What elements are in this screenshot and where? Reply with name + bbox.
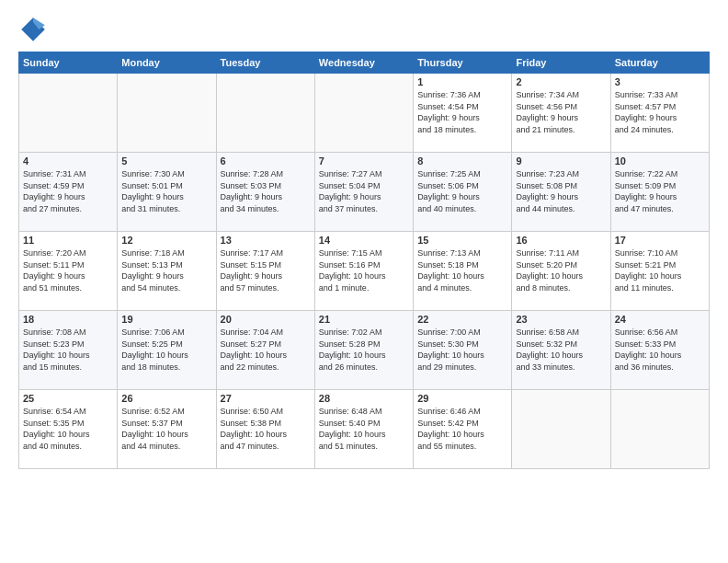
calendar-cell: 10Sunrise: 7:22 AM Sunset: 5:09 PM Dayli…	[610, 153, 709, 232]
calendar-week-4: 18Sunrise: 7:08 AM Sunset: 5:23 PM Dayli…	[19, 311, 710, 390]
cell-content: Sunrise: 7:28 AM Sunset: 5:03 PM Dayligh…	[221, 168, 311, 214]
day-number: 12	[121, 235, 211, 246]
calendar-cell: 20Sunrise: 7:04 AM Sunset: 5:27 PM Dayli…	[216, 311, 314, 390]
day-number: 11	[23, 235, 113, 246]
calendar-cell: 8Sunrise: 7:25 AM Sunset: 5:06 PM Daylig…	[414, 153, 512, 232]
day-number: 3	[615, 76, 705, 87]
day-number: 4	[23, 155, 113, 167]
calendar-cell: 9Sunrise: 7:23 AM Sunset: 5:08 PM Daylig…	[512, 153, 610, 232]
cell-content: Sunrise: 6:56 AM Sunset: 5:33 PM Dayligh…	[615, 327, 705, 373]
calendar-cell: 3Sunrise: 7:33 AM Sunset: 4:57 PM Daylig…	[610, 74, 709, 153]
day-number: 2	[516, 76, 606, 87]
day-number: 15	[417, 235, 507, 246]
cell-content: Sunrise: 6:46 AM Sunset: 5:42 PM Dayligh…	[417, 406, 507, 452]
calendar-cell: 21Sunrise: 7:02 AM Sunset: 5:28 PM Dayli…	[314, 311, 413, 390]
calendar-cell: 29Sunrise: 6:46 AM Sunset: 5:42 PM Dayli…	[414, 390, 512, 469]
calendar-header-saturday: Saturday	[610, 52, 709, 74]
calendar-cell: 25Sunrise: 6:54 AM Sunset: 5:35 PM Dayli…	[19, 390, 118, 469]
calendar-cell: 12Sunrise: 7:18 AM Sunset: 5:13 PM Dayli…	[118, 232, 216, 311]
cell-content: Sunrise: 7:02 AM Sunset: 5:28 PM Dayligh…	[319, 327, 409, 373]
day-number: 26	[121, 393, 211, 404]
day-number: 24	[615, 314, 705, 325]
calendar-cell: 19Sunrise: 7:06 AM Sunset: 5:25 PM Dayli…	[118, 311, 216, 390]
day-number: 18	[23, 314, 113, 325]
cell-content: Sunrise: 7:36 AM Sunset: 4:54 PM Dayligh…	[417, 89, 507, 135]
cell-content: Sunrise: 7:33 AM Sunset: 4:57 PM Dayligh…	[615, 89, 705, 135]
calendar-header-thursday: Thursday	[414, 52, 512, 74]
calendar-cell: 23Sunrise: 6:58 AM Sunset: 5:32 PM Dayli…	[512, 311, 610, 390]
cell-content: Sunrise: 7:13 AM Sunset: 5:18 PM Dayligh…	[417, 247, 507, 293]
calendar-cell: 11Sunrise: 7:20 AM Sunset: 5:11 PM Dayli…	[19, 232, 118, 311]
cell-content: Sunrise: 7:00 AM Sunset: 5:30 PM Dayligh…	[417, 327, 507, 373]
calendar-header-friday: Friday	[512, 52, 610, 74]
cell-content: Sunrise: 7:22 AM Sunset: 5:09 PM Dayligh…	[615, 168, 705, 214]
day-number: 20	[221, 314, 311, 325]
day-number: 5	[121, 155, 211, 167]
day-number: 6	[221, 155, 311, 167]
calendar-cell: 22Sunrise: 7:00 AM Sunset: 5:30 PM Dayli…	[414, 311, 512, 390]
calendar-cell: 7Sunrise: 7:27 AM Sunset: 5:04 PM Daylig…	[314, 153, 413, 232]
cell-content: Sunrise: 7:17 AM Sunset: 5:15 PM Dayligh…	[221, 247, 311, 293]
calendar-cell: 26Sunrise: 6:52 AM Sunset: 5:37 PM Dayli…	[118, 390, 216, 469]
cell-content: Sunrise: 7:10 AM Sunset: 5:21 PM Dayligh…	[615, 247, 705, 293]
cell-content: Sunrise: 7:04 AM Sunset: 5:27 PM Dayligh…	[221, 327, 311, 373]
calendar-week-5: 25Sunrise: 6:54 AM Sunset: 5:35 PM Dayli…	[19, 390, 710, 469]
logo	[18, 15, 51, 44]
cell-content: Sunrise: 7:20 AM Sunset: 5:11 PM Dayligh…	[23, 247, 113, 293]
calendar-cell	[216, 74, 314, 153]
calendar-cell: 6Sunrise: 7:28 AM Sunset: 5:03 PM Daylig…	[216, 153, 314, 232]
cell-content: Sunrise: 6:54 AM Sunset: 5:35 PM Dayligh…	[23, 406, 113, 452]
calendar-header-tuesday: Tuesday	[216, 52, 314, 74]
calendar-week-2: 4Sunrise: 7:31 AM Sunset: 4:59 PM Daylig…	[19, 153, 710, 232]
calendar-header-row: SundayMondayTuesdayWednesdayThursdayFrid…	[19, 52, 710, 74]
day-number: 23	[516, 314, 606, 325]
day-number: 8	[417, 155, 507, 167]
cell-content: Sunrise: 7:31 AM Sunset: 4:59 PM Dayligh…	[23, 168, 113, 214]
calendar-cell: 28Sunrise: 6:48 AM Sunset: 5:40 PM Dayli…	[314, 390, 413, 469]
header	[18, 15, 710, 44]
cell-content: Sunrise: 7:27 AM Sunset: 5:04 PM Dayligh…	[319, 168, 409, 214]
cell-content: Sunrise: 7:06 AM Sunset: 5:25 PM Dayligh…	[121, 327, 211, 373]
cell-content: Sunrise: 7:23 AM Sunset: 5:08 PM Dayligh…	[516, 168, 606, 214]
calendar-header-wednesday: Wednesday	[314, 52, 413, 74]
calendar-week-3: 11Sunrise: 7:20 AM Sunset: 5:11 PM Dayli…	[19, 232, 710, 311]
cell-content: Sunrise: 6:52 AM Sunset: 5:37 PM Dayligh…	[121, 406, 211, 452]
cell-content: Sunrise: 7:15 AM Sunset: 5:16 PM Dayligh…	[319, 247, 409, 293]
cell-content: Sunrise: 7:30 AM Sunset: 5:01 PM Dayligh…	[121, 168, 211, 214]
calendar-cell: 24Sunrise: 6:56 AM Sunset: 5:33 PM Dayli…	[610, 311, 709, 390]
calendar-cell: 4Sunrise: 7:31 AM Sunset: 4:59 PM Daylig…	[19, 153, 118, 232]
day-number: 28	[319, 393, 409, 404]
day-number: 29	[417, 393, 507, 404]
day-number: 9	[516, 155, 606, 167]
calendar-week-1: 1Sunrise: 7:36 AM Sunset: 4:54 PM Daylig…	[19, 74, 710, 153]
day-number: 25	[23, 393, 113, 404]
calendar-cell: 1Sunrise: 7:36 AM Sunset: 4:54 PM Daylig…	[414, 74, 512, 153]
day-number: 7	[319, 155, 409, 167]
cell-content: Sunrise: 6:50 AM Sunset: 5:38 PM Dayligh…	[221, 406, 311, 452]
calendar-cell	[512, 390, 610, 469]
day-number: 16	[516, 235, 606, 246]
calendar-cell	[118, 74, 216, 153]
day-number: 17	[615, 235, 705, 246]
calendar-cell: 18Sunrise: 7:08 AM Sunset: 5:23 PM Dayli…	[19, 311, 118, 390]
calendar-cell	[314, 74, 413, 153]
calendar-cell: 27Sunrise: 6:50 AM Sunset: 5:38 PM Dayli…	[216, 390, 314, 469]
logo-icon	[18, 15, 48, 44]
day-number: 1	[417, 76, 507, 87]
day-number: 22	[417, 314, 507, 325]
calendar-cell: 15Sunrise: 7:13 AM Sunset: 5:18 PM Dayli…	[414, 232, 512, 311]
cell-content: Sunrise: 7:34 AM Sunset: 4:56 PM Dayligh…	[516, 89, 606, 135]
cell-content: Sunrise: 6:48 AM Sunset: 5:40 PM Dayligh…	[319, 406, 409, 452]
calendar-header-monday: Monday	[118, 52, 216, 74]
day-number: 19	[121, 314, 211, 325]
calendar-cell	[19, 74, 118, 153]
calendar-cell: 13Sunrise: 7:17 AM Sunset: 5:15 PM Dayli…	[216, 232, 314, 311]
calendar-table: SundayMondayTuesdayWednesdayThursdayFrid…	[18, 52, 710, 469]
cell-content: Sunrise: 7:18 AM Sunset: 5:13 PM Dayligh…	[121, 247, 211, 293]
calendar-cell	[610, 390, 709, 469]
calendar-cell: 2Sunrise: 7:34 AM Sunset: 4:56 PM Daylig…	[512, 74, 610, 153]
calendar-page: SundayMondayTuesdayWednesdayThursdayFrid…	[0, 0, 728, 563]
day-number: 10	[615, 155, 705, 167]
day-number: 21	[319, 314, 409, 325]
cell-content: Sunrise: 7:11 AM Sunset: 5:20 PM Dayligh…	[516, 247, 606, 293]
